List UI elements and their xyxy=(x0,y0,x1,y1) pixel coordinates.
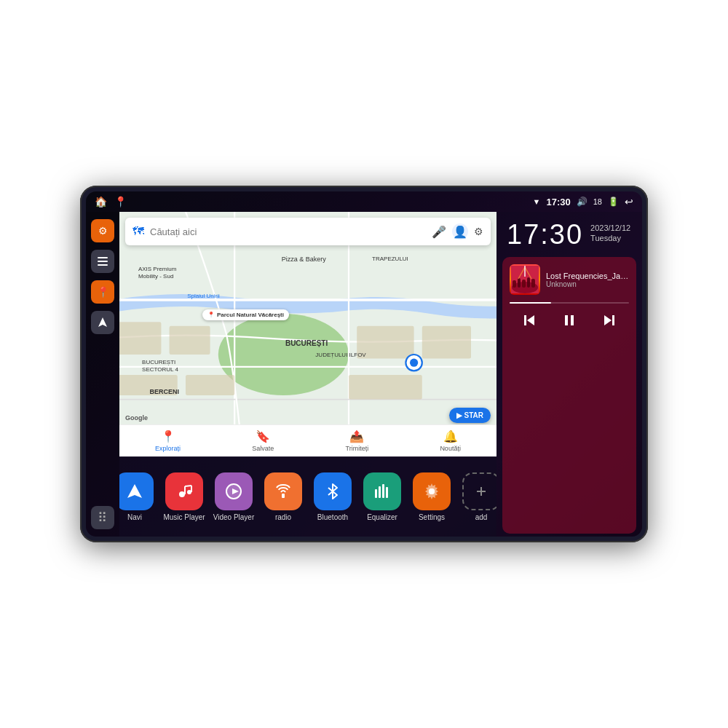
map-pin-icon[interactable]: 📍 xyxy=(114,196,127,207)
navi-icon xyxy=(119,472,154,510)
google-maps-icon: 🗺 xyxy=(132,225,144,238)
music-widget: Lost Frequencies_Janie... Unknown xyxy=(502,257,636,534)
clock-time: 17:30 xyxy=(507,221,583,248)
saved-icon: 🔖 xyxy=(256,430,270,443)
device-frame: 🏠 📍 ▼ 17:30 🔊 18 🔋 ↩ ⚙ xyxy=(80,186,648,542)
svg-rect-39 xyxy=(513,280,516,288)
app-music-player[interactable]: Music Player xyxy=(162,472,207,521)
video-player-label: Video Player xyxy=(213,513,255,521)
svg-marker-48 xyxy=(604,315,612,325)
app-navi[interactable]: Navi xyxy=(119,472,157,521)
svg-rect-29 xyxy=(375,489,377,498)
map-nav-send[interactable]: 📤 Trimiteți xyxy=(346,430,369,452)
volume-icon: 🔊 xyxy=(577,197,587,207)
svg-rect-45 xyxy=(524,315,526,325)
app-radio[interactable]: radio xyxy=(261,472,306,521)
settings-label: Settings xyxy=(419,513,445,521)
svg-rect-46 xyxy=(565,315,568,325)
svg-rect-1 xyxy=(98,261,108,262)
account-icon[interactable]: 👤 xyxy=(452,223,468,240)
music-prev-button[interactable] xyxy=(515,309,543,335)
svg-point-34 xyxy=(429,488,435,494)
add-icon[interactable] xyxy=(462,472,496,510)
app-add[interactable]: add xyxy=(459,472,496,521)
svg-point-19 xyxy=(410,359,418,367)
svg-rect-30 xyxy=(379,486,381,498)
clock-weekday: Tuesday xyxy=(590,234,630,242)
map-svg xyxy=(119,212,496,456)
svg-marker-20 xyxy=(127,484,142,498)
saved-label: Salvate xyxy=(252,445,274,452)
svg-rect-15 xyxy=(119,375,178,395)
svg-point-5 xyxy=(218,314,349,395)
sidebar-bottom: ⠿ xyxy=(91,506,114,529)
music-title: Lost Frequencies_Janie... xyxy=(546,272,629,280)
settings-icon xyxy=(413,472,451,510)
send-icon: 📤 xyxy=(349,430,364,443)
status-bar: 🏠 📍 ▼ 17:30 🔊 18 🔋 ↩ xyxy=(86,191,642,212)
device-screen: 🏠 📍 ▼ 17:30 🔊 18 🔋 ↩ ⚙ xyxy=(86,191,642,537)
app-bluetooth[interactable]: Bluetooth xyxy=(310,472,355,521)
sidebar-apps-icon[interactable]: ⠿ xyxy=(91,506,114,529)
music-player-icon xyxy=(165,472,203,510)
svg-rect-31 xyxy=(382,484,384,498)
music-controls xyxy=(510,309,629,335)
app-video-player[interactable]: Video Player xyxy=(211,472,256,521)
back-icon[interactable]: ↩ xyxy=(625,196,633,207)
music-text: Lost Frequencies_Janie... Unknown xyxy=(546,272,629,288)
sidebar-settings-icon[interactable]: ⚙ xyxy=(91,219,114,242)
home-icon[interactable]: 🏠 xyxy=(95,196,107,207)
svg-rect-32 xyxy=(386,487,388,498)
video-player-icon xyxy=(215,472,253,510)
svg-rect-47 xyxy=(571,315,574,325)
music-thumbnail-art xyxy=(510,264,540,295)
music-progress-bar[interactable] xyxy=(510,302,629,304)
map-nav-news[interactable]: 🔔 Noutăți xyxy=(440,430,461,452)
google-logo: Google xyxy=(125,414,148,422)
sidebar-files-icon[interactable] xyxy=(91,250,114,273)
svg-rect-14 xyxy=(422,326,471,359)
app-equalizer[interactable]: Equalizer xyxy=(360,472,405,521)
svg-rect-0 xyxy=(98,257,108,258)
svg-rect-17 xyxy=(349,375,422,400)
battery-number: 18 xyxy=(593,197,602,206)
mic-icon[interactable]: 🎤 xyxy=(432,225,446,239)
map-search-bar[interactable]: 🗺 🎤 👤 ⚙ xyxy=(125,218,491,245)
map-nav-explore[interactable]: 📍 Explorați xyxy=(155,430,181,452)
svg-rect-13 xyxy=(357,326,414,359)
music-next-button[interactable] xyxy=(596,309,623,335)
equalizer-label: Equalizer xyxy=(367,513,397,521)
clock-date-value: 2023/12/12 xyxy=(590,223,630,232)
app-dock: Navi Music Player xyxy=(119,456,496,537)
svg-line-25 xyxy=(185,486,191,486)
main-content: ⚙ 📍 ⠿ xyxy=(86,212,642,537)
clock-date: 2023/12/12 Tuesday xyxy=(590,221,630,242)
app-settings[interactable]: Settings xyxy=(409,472,454,521)
map-container[interactable]: 🗺 🎤 👤 ⚙ AXIS PremiumMobility - Sud Pizza… xyxy=(119,212,496,456)
sidebar-location-icon[interactable]: 📍 xyxy=(91,280,114,304)
center-area: 🗺 🎤 👤 ⚙ AXIS PremiumMobility - Sud Pizza… xyxy=(119,212,496,537)
map-pin-parc: 📍 Parcul Natural Văcărești xyxy=(202,309,289,320)
more-icon[interactable]: ⚙ xyxy=(474,226,483,237)
svg-rect-40 xyxy=(518,278,521,288)
music-pause-button[interactable] xyxy=(555,309,583,335)
svg-rect-12 xyxy=(170,326,210,355)
add-label: add xyxy=(475,513,488,521)
music-info: Lost Frequencies_Janie... Unknown xyxy=(510,264,629,295)
bluetooth-label: Bluetooth xyxy=(317,513,348,521)
sidebar-nav-icon[interactable] xyxy=(91,311,114,334)
svg-rect-2 xyxy=(98,264,108,266)
right-panel: 17:30 2023/12/12 Tuesday xyxy=(496,212,642,537)
navigation-fab[interactable]: ▶ STAR xyxy=(449,408,491,423)
map-nav-saved[interactable]: 🔖 Salvate xyxy=(252,430,274,452)
wifi-icon: ▼ xyxy=(533,197,541,206)
svg-marker-3 xyxy=(98,317,107,327)
navi-label: Navi xyxy=(127,513,142,521)
map-search-input[interactable] xyxy=(150,226,426,237)
equalizer-icon xyxy=(363,472,401,510)
battery-icon: 🔋 xyxy=(608,197,619,207)
explore-label: Explorați xyxy=(155,445,181,452)
svg-rect-16 xyxy=(186,375,234,395)
music-artist: Unknown xyxy=(546,280,629,288)
map-bottom-bar: 📍 Explorați 🔖 Salvate 📤 Trimiteți � xyxy=(119,424,496,456)
